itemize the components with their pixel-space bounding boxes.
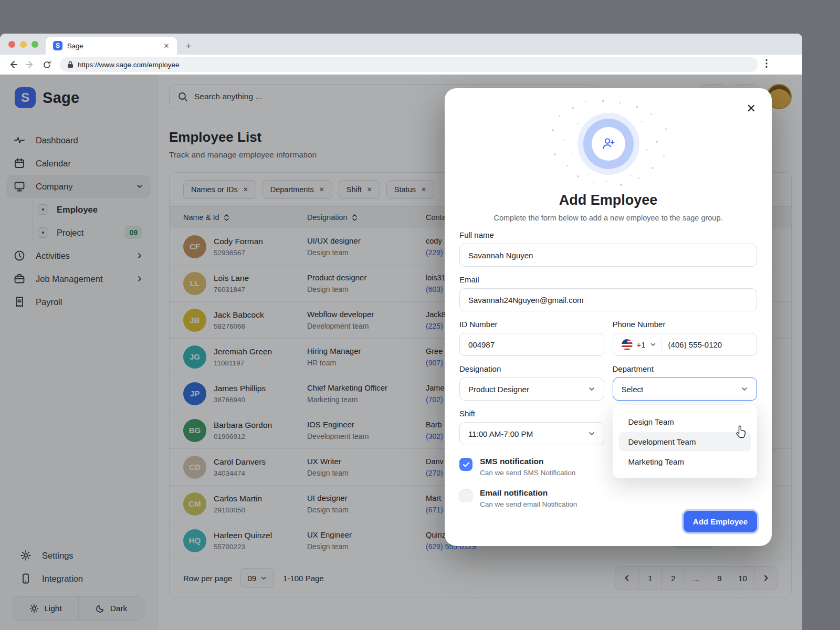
chevron-down-icon	[741, 385, 748, 393]
minimize-window-button[interactable]	[20, 41, 27, 48]
shift-select[interactable]: 11:00 AM-7:00 PM	[459, 422, 604, 445]
cursor-pointer-icon	[734, 425, 748, 440]
department-select[interactable]: Select	[613, 377, 758, 401]
forward-icon[interactable]	[23, 58, 37, 71]
department-option[interactable]: Design Team	[619, 412, 751, 431]
chevron-down-icon	[588, 385, 595, 393]
department-option[interactable]: Development Team	[619, 432, 751, 451]
country-code-select[interactable]: +1	[622, 339, 656, 350]
designation-select[interactable]: Product Designer	[459, 377, 604, 401]
back-icon[interactable]	[6, 58, 20, 71]
reload-icon[interactable]	[40, 58, 54, 71]
modal-illustration	[459, 100, 757, 188]
modal-subtitle: Complete the form below to add a new emp…	[459, 214, 757, 222]
person-plus-icon	[601, 136, 616, 152]
window-controls[interactable]	[0, 34, 46, 55]
chevron-down-icon	[588, 430, 595, 437]
chevron-down-icon	[650, 341, 656, 348]
browser-menu-icon[interactable]	[765, 59, 768, 70]
department-dropdown: Design TeamDevelopment TeamMarketing Tea…	[613, 405, 758, 478]
full-name-field[interactable]: Savannah Nguyen	[459, 244, 757, 267]
sage-favicon: S	[53, 41, 62, 50]
id-number-field[interactable]: 004987	[459, 333, 604, 356]
email-checkbox[interactable]	[459, 489, 472, 502]
browser-tab[interactable]: S Sage ✕	[46, 37, 177, 55]
phone-field[interactable]: +1 (406) 555-0120	[613, 333, 758, 356]
add-employee-modal: ✕ Add Employee Complete the form below t…	[445, 88, 772, 546]
maximize-window-button[interactable]	[32, 41, 38, 48]
browser-window: S Sage ✕ + https://www.sage.com/employee	[0, 34, 802, 630]
new-tab-button[interactable]: +	[183, 41, 194, 51]
address-bar: https://www.sage.com/employee	[0, 55, 802, 75]
url-field[interactable]: https://www.sage.com/employee	[60, 57, 758, 72]
email-field[interactable]: Savannah24Nguyen@gmail.com	[459, 288, 757, 311]
add-employee-button[interactable]: Add Employee	[684, 511, 757, 532]
us-flag-icon	[622, 339, 633, 350]
tab-strip: S Sage ✕ +	[0, 34, 802, 55]
close-window-button[interactable]	[8, 41, 15, 48]
department-option[interactable]: Marketing Team	[619, 452, 751, 471]
url-text: https://www.sage.com/employee	[78, 61, 180, 69]
sms-checkbox[interactable]	[459, 458, 472, 471]
lock-icon	[67, 61, 74, 68]
email-notification-row: Email notification Can we send email Not…	[459, 488, 757, 508]
modal-title: Add Employee	[459, 192, 757, 208]
tab-close-icon[interactable]: ✕	[161, 40, 172, 51]
tab-title: Sage	[67, 42, 156, 50]
